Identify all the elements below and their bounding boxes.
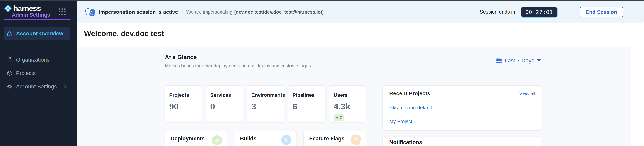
stat-label: Pipelines xyxy=(292,92,321,98)
stat-label: Environments xyxy=(251,92,280,98)
module-label: Feature Flags xyxy=(309,135,344,142)
stat-value: 90 xyxy=(169,101,198,112)
module-grid-icon[interactable] xyxy=(59,8,66,15)
page-title: Welcome, dev.doc test xyxy=(84,29,164,38)
sidebar-item-label: Projects xyxy=(16,70,36,76)
sidebar-item-organizations[interactable]: Organizations xyxy=(0,53,76,67)
module-card-feature-flags[interactable]: Feature Flags xyxy=(304,131,366,146)
sidebar-item-label: Organizations xyxy=(16,57,50,63)
organizations-icon xyxy=(7,57,13,63)
harness-logo[interactable]: harness xyxy=(4,4,41,13)
stat-card-services[interactable]: Services 0 xyxy=(206,85,243,122)
module-label: Builds xyxy=(240,135,256,142)
theater-masks-icon xyxy=(85,7,96,17)
deployments-icon xyxy=(212,135,222,146)
sidebar-item-label: Account Settings xyxy=(16,84,57,90)
end-session-button[interactable]: End Session xyxy=(580,7,623,17)
sidebar-item-label: Account Overview xyxy=(16,31,63,37)
impersonation-banner: Impersonation session is active You are … xyxy=(76,1,644,23)
stat-value: 4.3k xyxy=(334,101,362,112)
chevron-right-icon xyxy=(63,84,68,89)
home-icon xyxy=(7,31,13,37)
modules-row: Deployments Builds Featu xyxy=(165,131,366,146)
sidebar: harness Admin Settings Account Overview xyxy=(0,0,76,146)
brand-name: harness xyxy=(14,4,41,13)
panel-title: Notifications xyxy=(389,139,422,145)
date-range-value: Last 7 Days xyxy=(504,57,534,64)
stat-label: Users xyxy=(334,92,362,98)
gear-icon xyxy=(7,84,13,90)
session-countdown-timer: 00:27:01 xyxy=(521,7,558,17)
welcome-band: Welcome, dev.doc test xyxy=(76,23,644,47)
sidebar-divider xyxy=(4,48,71,48)
window-top-strip xyxy=(0,0,644,1)
sidebar-item-account-overview[interactable]: Account Overview xyxy=(4,27,70,40)
at-a-glance-header: At a Glance Metrics brings together depl… xyxy=(165,54,311,69)
stat-label: Services xyxy=(210,92,239,98)
stat-card-users[interactable]: Users 4.3k + 7 xyxy=(329,85,366,122)
harness-logo-icon xyxy=(4,4,12,13)
cube-icon xyxy=(7,70,13,76)
stats-row: Projects 90 Services 0 Environments 3 Pi… xyxy=(165,85,366,122)
recent-projects-header: Recent Projects View all xyxy=(389,90,535,97)
panel-title: Recent Projects xyxy=(389,90,430,97)
view-all-link[interactable]: View all xyxy=(519,91,535,96)
module-card-deployments[interactable]: Deployments xyxy=(165,131,227,146)
right-column: Recent Projects View all vikram-sahu-def… xyxy=(382,85,542,146)
project-link-vikram-sahu-default[interactable]: vikram-sahu-default xyxy=(389,101,535,115)
impersonation-subtitle: You are impersonating xyxy=(186,9,232,15)
sidebar-item-projects[interactable]: Projects xyxy=(0,67,76,80)
project-link-my-project[interactable]: My Project xyxy=(389,115,535,128)
session-ends-label: Session ends in: xyxy=(480,9,516,15)
impersonation-title: Impersonation session is active xyxy=(99,9,178,15)
section-subtitle: Metrics brings together deployments acro… xyxy=(165,63,311,69)
date-range-filter[interactable]: Last 7 Days xyxy=(496,57,541,64)
notifications-panel: Notifications xyxy=(382,137,542,146)
calendar-icon xyxy=(496,57,502,64)
stat-value: 3 xyxy=(251,101,280,112)
stat-card-projects[interactable]: Projects 90 xyxy=(165,85,202,122)
main-content: At a Glance Metrics brings together depl… xyxy=(76,47,631,146)
module-card-builds[interactable]: Builds xyxy=(234,131,296,146)
builds-icon xyxy=(281,135,291,145)
module-label: Deployments xyxy=(170,135,205,142)
chevron-down-icon xyxy=(537,59,541,62)
admin-settings-underline xyxy=(4,19,71,19)
stat-value: 0 xyxy=(210,101,239,112)
stat-value: 6 xyxy=(292,101,321,112)
stat-card-pipelines[interactable]: Pipelines 6 xyxy=(288,85,325,122)
section-title: At a Glance xyxy=(165,54,311,61)
impersonated-user: [dev.doc test(dev.doc+test@harness.io)] xyxy=(234,9,324,15)
sidebar-item-account-settings[interactable]: Account Settings xyxy=(0,80,76,93)
stat-label: Projects xyxy=(169,92,198,98)
session-controls: Session ends in: 00:27:01 End Session xyxy=(480,7,623,17)
stat-card-environments[interactable]: Environments 3 xyxy=(247,85,284,122)
recent-projects-panel: Recent Projects View all vikram-sahu-def… xyxy=(382,85,542,131)
admin-settings-label: Admin Settings xyxy=(12,12,50,18)
feature-flags-icon xyxy=(350,134,362,145)
users-delta-badge: + 7 xyxy=(334,114,344,121)
harness-admin-dashboard: harness Admin Settings Account Overview xyxy=(0,0,644,146)
sidebar-nav: Account Overview Organizations xyxy=(0,27,76,93)
